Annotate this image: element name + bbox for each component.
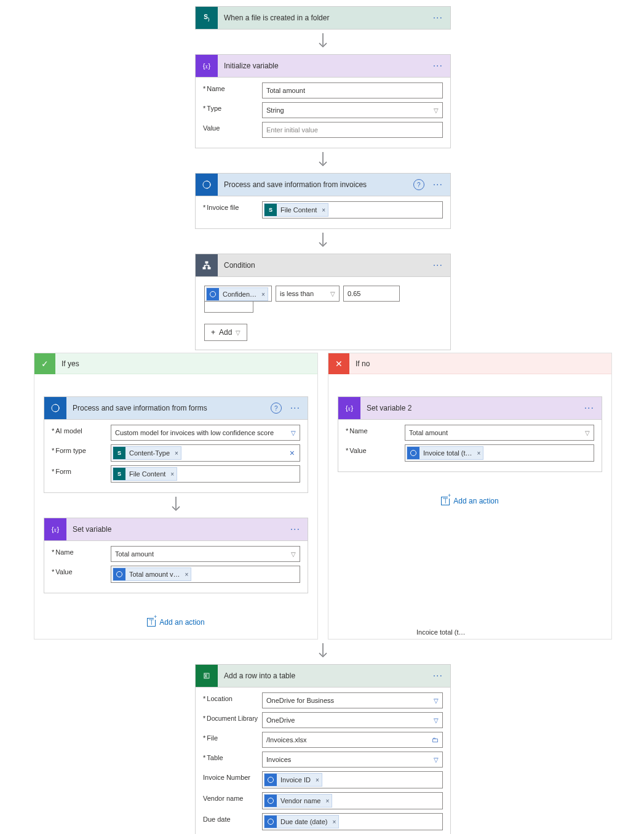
process-forms-card[interactable]: Process and save information from forms … (44, 396, 308, 493)
trigger-card[interactable]: S⟩ When a file is created in a folder ··… (195, 6, 451, 30)
value-label: Value (52, 566, 107, 575)
condition-operator-select[interactable]: is less than▽ (276, 286, 340, 302)
ai-model-label: AI model (52, 425, 107, 435)
name-select[interactable]: Total amount▽ (111, 546, 300, 562)
doclib-label: Document Library (203, 712, 258, 722)
clear-icon[interactable]: × (286, 448, 298, 458)
form-label: Form (52, 465, 107, 475)
ai-model-select[interactable]: Custom model for invoices with low confi… (111, 425, 300, 441)
file-content-token[interactable]: SFile Content× (113, 467, 177, 481)
confidence-token[interactable]: Confiden…× (206, 287, 268, 301)
type-label: Type (203, 102, 258, 112)
if-yes-branch: ✓ If yes Process and save information fr… (34, 353, 318, 640)
init-var-title: Initialize variable (224, 62, 424, 70)
add-row-title: Add a row into a table (224, 672, 424, 680)
more-menu[interactable]: ··· (431, 12, 445, 23)
floating-note: Incoice total (t… (416, 628, 465, 636)
value-input[interactable]: Invoice total (t…× (405, 444, 594, 462)
help-icon[interactable]: ? (413, 179, 424, 190)
field-token[interactable]: Due date (date)× (264, 815, 339, 828)
set-variable-card[interactable]: {𝑥} Set variable ··· Name Total amount▽ … (44, 518, 308, 593)
remove-token-icon[interactable]: × (170, 471, 174, 478)
svg-point-10 (117, 572, 122, 577)
file-content-token[interactable]: SFile Content× (264, 203, 328, 217)
trigger-title: When a file is created in a folder (224, 14, 424, 22)
excel-icon (196, 665, 218, 687)
field-token[interactable]: Invoice ID× (264, 773, 322, 787)
add-action-icon: ⊤ (147, 618, 156, 627)
condition-card[interactable]: Condition ··· Confiden…× is less than▽ 0… (195, 254, 451, 350)
invoice-file-label: Invoice file (203, 201, 258, 211)
field-input[interactable]: Vendor name× (262, 792, 443, 809)
remove-token-icon[interactable]: × (332, 819, 336, 825)
if-no-label: If no (356, 359, 370, 368)
value-input[interactable]: Enter initial value (262, 122, 443, 138)
svg-rect-6 (208, 267, 210, 269)
svg-rect-4 (205, 262, 208, 263)
flow-arrow (317, 229, 329, 254)
name-select[interactable]: Total amount▽ (405, 425, 594, 441)
folder-icon[interactable]: 🗀 (432, 736, 439, 744)
invoice-file-input[interactable]: SFile Content× (262, 201, 443, 219)
more-menu[interactable]: ··· (288, 524, 303, 535)
initialize-variable-card[interactable]: {𝑥} Initialize variable ··· Name Total a… (195, 54, 451, 148)
flow-arrow (170, 493, 182, 518)
more-menu[interactable]: ··· (431, 179, 445, 190)
more-menu[interactable]: ··· (431, 60, 445, 71)
add-action-button[interactable]: ⊤Add an action (441, 497, 498, 505)
flow-arrow (317, 30, 329, 54)
chevron-down-icon: ▽ (236, 329, 241, 336)
remove-token-icon[interactable]: × (185, 571, 189, 578)
set-var2-title: Set variable 2 (367, 404, 576, 412)
remove-token-icon[interactable]: × (322, 207, 325, 214)
more-menu[interactable]: ··· (288, 403, 303, 414)
remove-token-icon[interactable]: × (261, 291, 265, 298)
process-invoices-card[interactable]: Process and save information from invoic… (195, 173, 451, 229)
name-input[interactable]: Total amount (262, 82, 443, 98)
remove-token-icon[interactable]: × (325, 798, 329, 804)
content-type-token[interactable]: SContent-Type× (113, 446, 181, 460)
add-action-button[interactable]: ⊤Add an action (147, 618, 204, 627)
field-token[interactable]: Vendor name× (264, 794, 332, 808)
more-menu[interactable]: ··· (431, 670, 445, 681)
form-type-input[interactable]: SContent-Type× × (111, 444, 300, 462)
type-select[interactable]: String▽ (262, 102, 443, 118)
process-forms-title: Process and save information from forms (73, 404, 264, 412)
field-input[interactable]: Due date (date)× (262, 813, 443, 830)
more-menu[interactable]: ··· (431, 260, 445, 271)
svg-point-17 (268, 819, 274, 825)
condition-value-input[interactable]: 0.65 (343, 286, 400, 302)
add-condition-button[interactable]: +Add▽ (204, 324, 247, 341)
chevron-down-icon: ▽ (434, 697, 439, 704)
if-yes-label: If yes (62, 359, 79, 368)
help-icon[interactable]: ? (271, 403, 282, 414)
remove-token-icon[interactable]: × (316, 777, 319, 784)
check-icon: ✓ (34, 353, 55, 374)
plus-icon: + (211, 328, 215, 337)
value-input[interactable]: Total amount v…× (111, 566, 300, 583)
condition-left-input[interactable]: Confiden…× (204, 286, 272, 302)
more-menu[interactable]: ··· (582, 403, 597, 414)
chevron-down-icon: ▽ (291, 551, 296, 558)
invoice-total-token[interactable]: Invoice total (t…× (407, 446, 483, 460)
table-select[interactable]: Invoices▽ (262, 752, 443, 768)
total-amount-token[interactable]: Total amount v…× (113, 567, 191, 581)
table-label: Table (203, 752, 258, 761)
remove-token-icon[interactable]: × (175, 450, 178, 457)
field-input[interactable]: Invoice ID× (262, 771, 443, 788)
svg-rect-5 (203, 267, 205, 269)
svg-point-11 (411, 451, 416, 456)
form-type-label: Form type (52, 444, 107, 454)
condition-icon (196, 254, 218, 276)
flow-arrow (317, 640, 329, 664)
add-row-card[interactable]: Add a row into a table ··· Location OneD… (195, 664, 451, 834)
form-input[interactable]: SFile Content× (111, 465, 300, 483)
remove-token-icon[interactable]: × (477, 450, 480, 457)
svg-point-16 (268, 798, 274, 804)
doclib-select[interactable]: OneDrive▽ (262, 712, 443, 728)
svg-point-15 (268, 777, 274, 783)
location-select[interactable]: OneDrive for Business▽ (262, 692, 443, 708)
flow-arrow (317, 148, 329, 173)
file-input[interactable]: /Invoices.xlsx🗀 (262, 732, 443, 748)
set-variable-2-card[interactable]: {𝑥} Set variable 2 ··· Name Total amount… (338, 396, 602, 472)
